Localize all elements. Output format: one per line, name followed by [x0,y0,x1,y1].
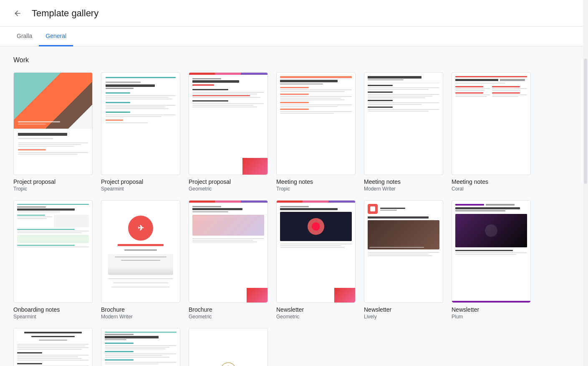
template-name-pp-geometric: Project proposal [189,178,268,185]
template-card-pp-geometric[interactable]: Project proposal Geometric [189,72,268,192]
template-name-mn-coral: Meeting notes [452,178,531,185]
template-thumb-on-spearmint [13,200,93,303]
template-card-nl-geometric[interactable]: Newsletter Geometric [276,200,356,320]
template-name-mn-tropic: Meeting notes [276,178,356,185]
template-thumb-br-geometric [189,200,268,303]
template-thumb-mn-tropic [276,72,356,175]
template-thumb-nl-lively [364,200,443,303]
template-thumb-mn-coral [452,72,531,175]
template-sub-nl-lively: Lively [364,314,443,320]
template-sub-pp-spearmint: Spearmint [101,186,180,192]
template-thumb-bpm [101,328,180,366]
scrollbar-thumb[interactable] [584,58,587,184]
tabs-bar: Gralla General [0,27,588,46]
template-name-pp-spearmint: Project proposal [101,178,180,185]
template-sub-nl-geometric: Geometric [276,314,356,320]
template-sub-mn-modern: Modern Writer [364,186,443,192]
template-thumb-nda [13,328,93,366]
template-card-mn-modern[interactable]: Meeting notes Modern Writer [364,72,443,192]
template-sub-nl-plum: Plum [452,314,531,320]
template-grid: Project proposal Tropic [13,72,575,366]
template-name-br-modern: Brochure [101,306,180,313]
template-name-nl-plum: Newsletter [452,306,531,313]
app-header: Template gallery [0,0,588,27]
template-card-on-spearmint[interactable]: Onboarding notes Spearmint [13,200,93,320]
template-name-nl-lively: Newsletter [364,306,443,313]
content-area: Work [0,46,588,366]
section-title-work: Work [13,56,575,64]
template-card-pp-spearmint[interactable]: Project proposal Spearmint [101,72,180,192]
template-name-mn-modern: Meeting notes [364,178,443,185]
template-name-on-spearmint: Onboarding notes [13,306,93,313]
template-sub-pp-tropic: Tropic [13,186,93,192]
scrollbar[interactable] [583,0,588,366]
template-sub-on-spearmint: Spearmint [13,314,93,320]
template-sub-mn-coral: Coral [452,186,531,192]
template-thumb-ca [189,328,268,366]
template-card-br-modern[interactable]: ✈ Brochure Modern Writer [101,200,180,320]
template-card-ca[interactable]: Consulting Agreement Template [189,328,268,366]
template-thumb-pp-geometric [189,72,268,175]
page-title: Template gallery [32,8,98,19]
template-card-bpm[interactable]: Business Process Manual [101,328,180,366]
template-name-nl-geometric: Newsletter [276,306,356,313]
template-sub-pp-geometric: Geometric [189,186,268,192]
template-sub-br-geometric: Geometric [189,314,268,320]
template-card-mn-tropic[interactable]: Meeting notes Tropic [276,72,356,192]
template-thumb-mn-modern [364,72,443,175]
template-card-nl-plum[interactable]: Newsletter Plum [452,200,531,320]
template-name-br-geometric: Brochure [189,306,268,313]
template-card-pp-tropic[interactable]: Project proposal Tropic [13,72,93,192]
template-card-mn-coral[interactable]: Meeting notes Coral [452,72,531,192]
template-thumb-nl-plum [452,200,531,303]
back-button[interactable] [10,6,25,21]
template-card-nda[interactable]: Mutual Non-Disclosure Agreement [13,328,93,366]
template-card-nl-lively[interactable]: Newsletter Lively [364,200,443,320]
template-card-br-geometric[interactable]: Brochure Geometric [189,200,268,320]
tab-general[interactable]: General [39,27,73,46]
template-sub-br-modern: Modern Writer [101,314,180,320]
template-sub-mn-tropic: Tropic [276,186,356,192]
template-thumb-nl-geometric [276,200,356,303]
template-thumb-br-modern: ✈ [101,200,180,303]
template-thumb-pp-spearmint [101,72,180,175]
template-thumb-pp-tropic [13,72,93,175]
tab-gralla[interactable]: Gralla [10,27,39,46]
template-name-pp-tropic: Project proposal [13,178,93,185]
